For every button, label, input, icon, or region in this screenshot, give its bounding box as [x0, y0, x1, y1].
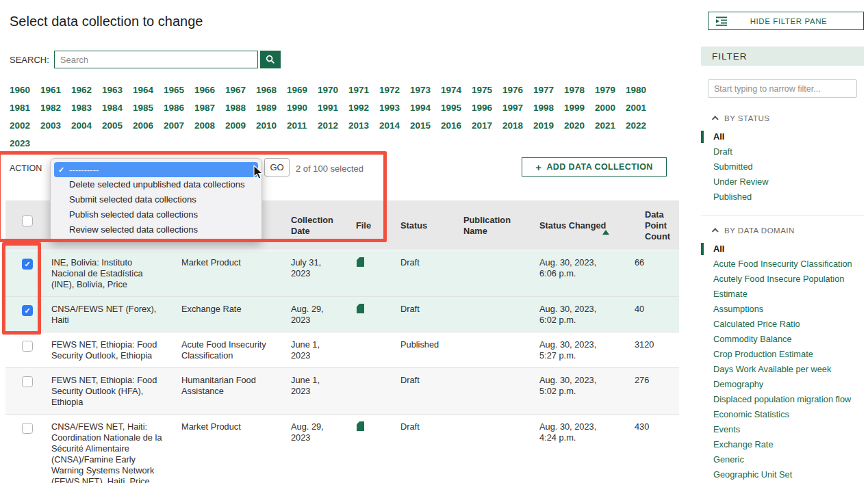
hide-filter-pane-button[interactable]: HIDE FILTER PANE: [708, 12, 864, 30]
row-checkbox[interactable]: [22, 423, 33, 434]
search-button[interactable]: [260, 51, 281, 68]
filter-item[interactable]: Geographic Unit Set: [713, 467, 854, 482]
filter-item[interactable]: Exchange Rate: [713, 437, 854, 452]
year-link[interactable]: 2001: [626, 99, 647, 117]
filter-item[interactable]: Economic Statistics: [713, 407, 854, 422]
select-all-checkbox[interactable]: [22, 216, 33, 226]
column-header-status[interactable]: Status: [387, 213, 450, 237]
filter-item[interactable]: Acutely Food Insecure Population Estimat…: [713, 272, 854, 302]
year-link[interactable]: 1996: [472, 99, 493, 117]
year-link[interactable]: 1965: [164, 81, 185, 99]
year-link[interactable]: 1962: [71, 81, 92, 99]
row-checkbox[interactable]: [22, 376, 33, 387]
collection-name[interactable]: FEWS NET, Ethiopia: Food Security Outloo…: [41, 368, 171, 414]
year-link[interactable]: 1980: [626, 81, 647, 99]
year-link[interactable]: 1997: [502, 99, 524, 117]
year-link[interactable]: 1982: [40, 99, 62, 117]
year-link[interactable]: 2017: [472, 117, 493, 135]
year-link[interactable]: 1968: [256, 81, 277, 99]
year-link[interactable]: 1986: [164, 99, 185, 117]
year-link[interactable]: 1999: [564, 99, 585, 117]
year-link[interactable]: 1984: [102, 99, 123, 117]
year-link[interactable]: 1992: [348, 99, 370, 117]
year-link[interactable]: 2019: [533, 117, 554, 135]
row-checkbox[interactable]: ✓: [22, 259, 33, 270]
year-link[interactable]: 1983: [71, 99, 92, 117]
year-link[interactable]: 1998: [533, 99, 554, 117]
row-checkbox[interactable]: ✓: [22, 305, 33, 316]
year-link[interactable]: 2023: [10, 135, 31, 153]
action-dropdown-option[interactable]: Delete selected unpublished data collect…: [54, 177, 258, 192]
year-link[interactable]: 2002: [10, 117, 31, 135]
year-link[interactable]: 2014: [379, 117, 400, 135]
year-link[interactable]: 2015: [410, 117, 431, 135]
file-icon[interactable]: [357, 304, 364, 313]
year-link[interactable]: 2020: [564, 117, 585, 135]
sort-ascending-icon[interactable]: [602, 230, 609, 235]
column-header-collection-date[interactable]: Collection Date: [281, 208, 346, 243]
filter-item[interactable]: Days Work Available per week: [713, 362, 854, 377]
year-link[interactable]: 2022: [626, 117, 647, 135]
year-link[interactable]: 2004: [71, 117, 92, 135]
year-link[interactable]: 2012: [318, 117, 339, 135]
action-dropdown-option[interactable]: Submit selected data collections: [54, 192, 258, 207]
collection-name[interactable]: CNSA/FEWS NET (Forex), Haiti: [41, 297, 171, 332]
filter-item[interactable]: Submitted: [713, 159, 854, 174]
filter-item[interactable]: Acute Food Insecurity Classification: [713, 257, 854, 272]
year-link[interactable]: 1963: [102, 81, 123, 99]
filter-item[interactable]: Displaced population migration flow: [713, 392, 854, 407]
year-link[interactable]: 2000: [595, 99, 616, 117]
year-link[interactable]: 1985: [133, 99, 154, 117]
year-link[interactable]: 1993: [379, 99, 400, 117]
year-link[interactable]: 1960: [10, 81, 31, 99]
year-link[interactable]: 1967: [225, 81, 246, 99]
year-link[interactable]: 1981: [10, 99, 31, 117]
filter-narrow-input[interactable]: [708, 79, 857, 98]
year-link[interactable]: 2005: [102, 117, 123, 135]
year-link[interactable]: 2010: [256, 117, 277, 135]
year-link[interactable]: 1966: [194, 81, 216, 99]
collection-name[interactable]: INE, Bolivia: Instituto Nacional de Esta…: [41, 250, 171, 296]
year-link[interactable]: 2013: [348, 117, 370, 135]
year-link[interactable]: 1995: [441, 99, 462, 117]
filter-item[interactable]: Assumptions: [713, 302, 854, 317]
collection-name[interactable]: CNSA/FEWS NET, Haiti: Coordination Natio…: [41, 415, 171, 483]
year-link[interactable]: 1989: [256, 99, 277, 117]
filter-item[interactable]: All: [713, 129, 854, 144]
year-link[interactable]: 2008: [194, 117, 216, 135]
year-link[interactable]: 1977: [533, 81, 554, 99]
column-header-status-changed[interactable]: Status Changed: [527, 213, 617, 237]
year-link[interactable]: 1961: [40, 81, 62, 99]
year-link[interactable]: 1969: [287, 81, 308, 99]
filter-item[interactable]: Under Review: [713, 174, 854, 190]
year-link[interactable]: 2018: [502, 117, 524, 135]
filter-item[interactable]: Events: [713, 422, 854, 437]
action-dropdown-selected-option[interactable]: ✓----------: [54, 162, 258, 177]
year-link[interactable]: 1979: [595, 81, 616, 99]
file-icon[interactable]: [357, 257, 364, 267]
year-link[interactable]: 1994: [410, 99, 431, 117]
year-link[interactable]: 1973: [410, 81, 431, 99]
year-link[interactable]: 1974: [441, 81, 462, 99]
filter-item[interactable]: Published: [713, 190, 854, 205]
add-data-collection-button[interactable]: + ADD DATA COLLECTION: [522, 157, 667, 177]
file-icon[interactable]: [357, 421, 364, 431]
filter-item[interactable]: All: [713, 242, 854, 257]
column-header-file[interactable]: File: [346, 213, 387, 237]
year-link[interactable]: 1975: [472, 81, 493, 99]
filter-section-header[interactable]: BY STATUS: [713, 112, 858, 125]
year-link[interactable]: 1971: [348, 81, 370, 99]
column-header-data-point-count[interactable]: Data Point Count: [617, 203, 679, 248]
collection-name[interactable]: FEWS NET, Ethiopia: Food Security Outloo…: [41, 332, 171, 367]
filter-item[interactable]: Crop Production Estimate: [713, 347, 854, 362]
year-link[interactable]: 1991: [318, 99, 339, 117]
year-link[interactable]: 1987: [194, 99, 216, 117]
year-link[interactable]: 2016: [441, 117, 462, 135]
go-button[interactable]: GO: [264, 158, 290, 177]
year-link[interactable]: 2007: [164, 117, 185, 135]
year-link[interactable]: 2003: [40, 117, 62, 135]
action-dropdown-option[interactable]: Review selected data collections: [54, 222, 258, 237]
filter-item[interactable]: Generic: [713, 452, 854, 467]
filter-item[interactable]: Demography: [713, 377, 854, 392]
search-input[interactable]: [54, 51, 258, 68]
